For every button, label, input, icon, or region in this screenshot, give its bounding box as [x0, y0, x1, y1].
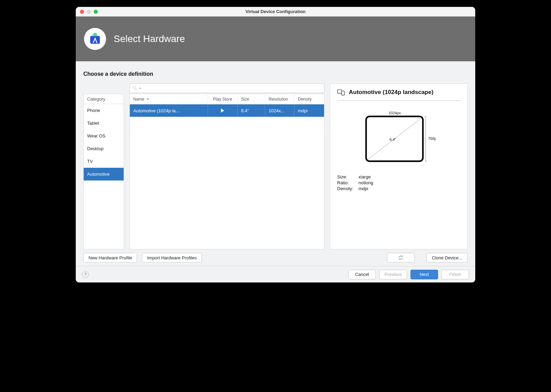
- column-header-size[interactable]: Size: [238, 94, 265, 104]
- spec-ratio-value: notlong: [358, 180, 373, 185]
- column-header-density[interactable]: Density: [294, 94, 324, 104]
- detail-header: Automotive (1024p landscape): [337, 89, 460, 101]
- category-item-tv[interactable]: TV: [84, 155, 124, 168]
- window-title: Virtual Device Configuration: [76, 9, 475, 14]
- spec-size-value: xlarge: [358, 174, 371, 179]
- category-item-automotive[interactable]: Automotive: [84, 168, 124, 180]
- svg-rect-6: [337, 90, 342, 93]
- dropdown-arrow-icon[interactable]: ▾: [139, 87, 141, 90]
- refresh-button[interactable]: [387, 253, 415, 262]
- sort-indicator-icon: ▼: [146, 97, 149, 101]
- play-store-icon: [220, 108, 226, 113]
- help-button[interactable]: ?: [82, 271, 89, 278]
- clone-device-button[interactable]: Clone Device...: [426, 253, 468, 262]
- svg-line-5: [136, 89, 137, 90]
- wizard-title: Select Hardware: [114, 33, 185, 44]
- previous-button[interactable]: Previous: [379, 270, 407, 279]
- detail-title: Automotive (1024p landscape): [349, 89, 434, 96]
- category-list: Phone Tablet Wear OS Desktop TV Automoti…: [83, 104, 124, 249]
- cell-density: mdpi: [294, 104, 324, 117]
- svg-point-3: [94, 38, 96, 40]
- android-studio-icon: [84, 28, 106, 50]
- table-row[interactable]: Automotive (1024p la... 8.4" 1024x... md…: [130, 104, 324, 117]
- search-icon: [133, 86, 137, 91]
- section-title: Choose a device definition: [83, 71, 468, 77]
- action-row: New Hardware Profile Import Hardware Pro…: [83, 253, 468, 262]
- titlebar: Virtual Device Configuration: [76, 7, 475, 17]
- svg-rect-0: [90, 36, 100, 44]
- category-header: Category: [83, 94, 124, 104]
- devices-icon: [337, 89, 345, 96]
- refresh-icon: [398, 255, 404, 260]
- column-header-resolution[interactable]: Resolution: [265, 94, 294, 104]
- spec-ratio-label: Ratio:: [337, 180, 358, 185]
- device-diagram: 1024px 8.4" 768px: [337, 110, 460, 169]
- new-hardware-profile-button[interactable]: New Hardware Profile: [83, 253, 137, 262]
- column-header-name[interactable]: Name ▼: [130, 94, 208, 104]
- svg-point-2: [96, 34, 97, 35]
- cell-resolution: 1024x...: [265, 104, 294, 117]
- finish-button[interactable]: Finish: [441, 270, 469, 279]
- device-table: Name ▼ Play Store Size Resolution Densit…: [129, 94, 324, 249]
- diagram-width-label: 1024px: [388, 111, 401, 115]
- spec-size-label: Size:: [337, 174, 358, 179]
- detail-specs: Size: xlarge Ratio: notlong Density: mdp…: [337, 174, 460, 192]
- cancel-button[interactable]: Cancel: [348, 270, 376, 279]
- cell-name: Automotive (1024p la...: [130, 104, 208, 117]
- dialog-footer: ? Cancel Previous Next Finish: [76, 266, 475, 282]
- category-column: Category Phone Tablet Wear OS Desktop TV…: [83, 83, 124, 249]
- column-header-playstore[interactable]: Play Store: [208, 94, 238, 104]
- dialog-window: Virtual Device Configuration Select Hard…: [76, 7, 475, 282]
- import-hardware-profiles-button[interactable]: Import Hardware Profiles: [142, 253, 202, 262]
- detail-panel: Automotive (1024p landscape) 1024px 8.4"…: [330, 83, 468, 249]
- search-input[interactable]: [143, 86, 321, 91]
- wizard-header: Select Hardware: [76, 17, 475, 61]
- table-header-row: Name ▼ Play Store Size Resolution Densit…: [130, 94, 324, 104]
- category-item-wearos[interactable]: Wear OS: [84, 130, 124, 142]
- category-item-phone[interactable]: Phone: [84, 104, 124, 117]
- diagram-diagonal-label: 8.4": [389, 137, 396, 142]
- svg-point-1: [93, 34, 94, 35]
- search-box[interactable]: ▾: [129, 83, 324, 93]
- next-button[interactable]: Next: [410, 270, 438, 279]
- spec-density-label: Density:: [337, 186, 358, 191]
- cell-playstore: [208, 104, 238, 117]
- device-table-column: ▾ Name ▼ Play Store Size Resolution Dens…: [129, 83, 324, 249]
- content-area: Choose a device definition Category Phon…: [76, 61, 475, 266]
- category-item-tablet[interactable]: Tablet: [84, 117, 124, 130]
- category-item-desktop[interactable]: Desktop: [84, 142, 124, 155]
- svg-rect-7: [342, 91, 344, 95]
- cell-size: 8.4": [238, 104, 265, 117]
- spec-density-value: mdpi: [358, 186, 368, 191]
- svg-point-4: [133, 86, 136, 89]
- diagram-height-label: 768px: [428, 136, 436, 141]
